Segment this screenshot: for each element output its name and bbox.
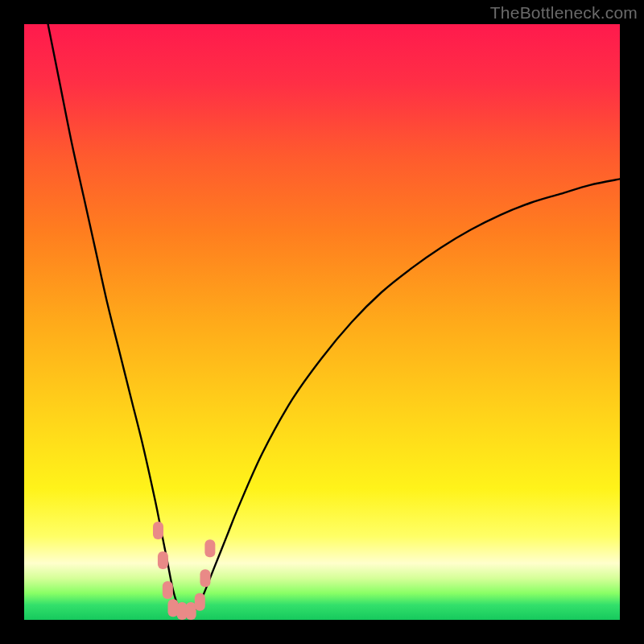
plot-area xyxy=(24,24,620,620)
gradient-background xyxy=(24,24,620,620)
chart-canvas: TheBottleneck.com xyxy=(0,0,644,644)
marker-point xyxy=(153,522,163,539)
watermark-text: TheBottleneck.com xyxy=(490,3,638,23)
marker-point xyxy=(168,599,179,617)
marker-point xyxy=(177,602,188,620)
marker-point xyxy=(186,602,196,620)
marker-point xyxy=(204,539,215,557)
marker-point xyxy=(200,569,210,587)
marker-point xyxy=(158,551,168,569)
chart-svg xyxy=(24,24,620,620)
marker-point xyxy=(195,593,205,611)
marker-point xyxy=(163,581,173,599)
